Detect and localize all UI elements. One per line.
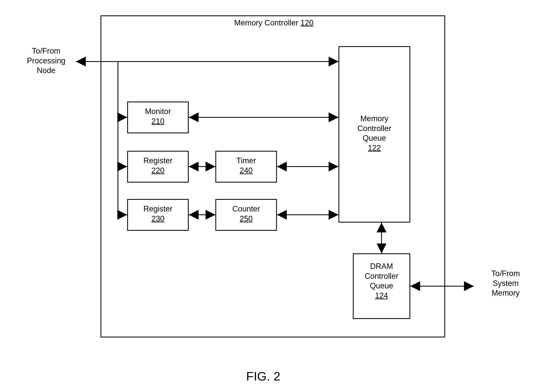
memory-controller-title-text: Memory Controller — [234, 18, 299, 27]
register2-ref: 230 — [151, 214, 164, 223]
mcq-line3: Queue — [363, 134, 386, 142]
dcq-line2: Controller — [365, 272, 398, 280]
dram-controller-queue-label: DRAM Controller Queue 124 — [353, 262, 410, 301]
memory-controller-ref: 120 — [300, 18, 314, 27]
memory-controller-title: Memory Controller 120 — [226, 18, 322, 28]
ext-right-line2: System — [493, 279, 519, 287]
register-230-label: Register 230 — [127, 204, 189, 224]
timer-title: Timer — [236, 156, 256, 165]
monitor-label: Monitor 210 — [127, 107, 189, 126]
counter-title: Counter — [232, 204, 260, 213]
external-right-label: To/From System Memory — [480, 269, 531, 298]
monitor-ref: 210 — [151, 117, 164, 126]
ext-right-line3: Memory — [491, 289, 520, 297]
mcq-line1: Memory — [360, 114, 388, 123]
ext-left-line3: Node — [37, 66, 56, 75]
mcq-line2: Controller — [357, 124, 391, 133]
register2-title: Register — [143, 204, 173, 213]
counter-label: Counter 250 — [215, 204, 277, 224]
monitor-title: Monitor — [145, 107, 171, 116]
dcq-line1: DRAM — [370, 262, 393, 271]
register-220-label: Register 220 — [127, 156, 189, 175]
timer-label: Timer 240 — [215, 156, 277, 175]
timer-ref: 240 — [240, 166, 252, 175]
dcq-ref: 124 — [375, 291, 388, 300]
external-left-label: To/From Processing Node — [21, 46, 72, 76]
mcq-ref: 122 — [368, 144, 381, 152]
register1-title: Register — [143, 156, 173, 165]
diagram-canvas: Memory Controller 120 Memory Controller … — [0, 0, 552, 392]
dcq-line3: Queue — [370, 281, 393, 290]
memory-controller-queue-label: Memory Controller Queue 122 — [338, 114, 410, 153]
ext-left-line2: Processing — [27, 56, 65, 65]
figure-label: FIG. 2 — [246, 369, 280, 383]
figure-label-text: FIG. 2 — [246, 370, 280, 383]
register1-ref: 220 — [151, 166, 164, 175]
ext-right-line1: To/From — [491, 269, 520, 278]
ext-left-line1: To/From — [32, 47, 60, 55]
counter-ref: 250 — [240, 214, 252, 223]
